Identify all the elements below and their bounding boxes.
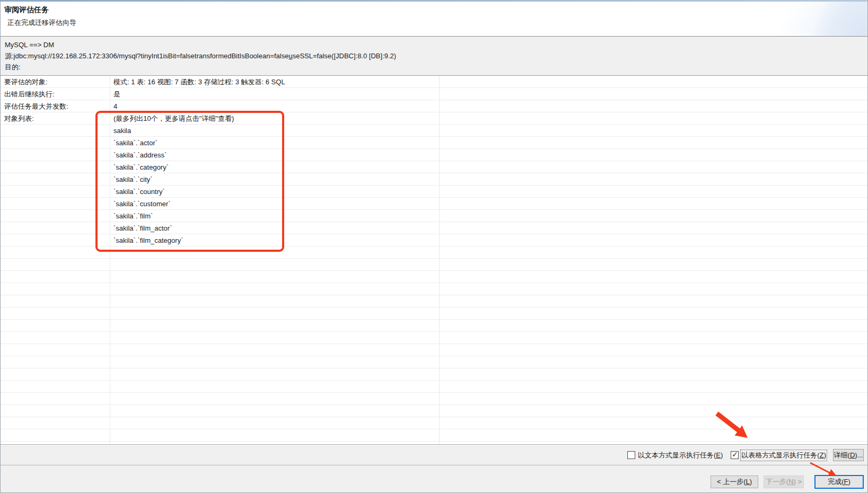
next-button[interactable]: 下一步(N) > [764,476,804,488]
row-value: 是 [110,90,120,99]
checkbox-checked-icon[interactable] [731,451,739,459]
row-label: 对象列表: [1,114,110,124]
object-list-item: `sakila`.`actor` [1,137,867,149]
page-title: 审阅评估任务 [4,5,49,15]
row-value: (最多列出10个，更多请点击"详细"查看) [110,114,234,124]
checkbox-icon[interactable] [627,451,635,459]
header-gradient-decoration [708,2,867,36]
object-list-item: `sakila`.`customer` [1,198,867,210]
table-row: 出错后继续执行: 是 [1,88,867,100]
object-list-item: `sakila`.`film_actor` [1,222,867,234]
table-mode-label: 以表格方式显示执行任务(Z) [741,451,826,460]
wizard-header: 审阅评估任务 正在完成迁移评估向导 [1,2,867,36]
table-mode-checkbox[interactable]: 以表格方式显示执行任务(Z) [731,451,826,460]
table-row: 要评估的对象: 模式: 1 表: 16 视图: 7 函数: 3 存储过程: 3 … [1,76,867,88]
connection-info-panel: MySQL ==> DM 源:jdbc:mysql://192.168.25.1… [1,37,867,75]
back-button[interactable]: < 上一步(L) [711,476,758,488]
page-subtitle: 正在完成迁移评估向导 [7,18,76,28]
object-list-item: `sakila`.`category` [1,161,867,173]
object-list-item: `sakila`.`address` [1,149,867,161]
target-label: 目的: [5,61,867,73]
row-label: 评估任务最大并发数: [1,102,110,111]
object-list-item: `sakila`.`city` [1,173,867,186]
row-value: 模式: 1 表: 16 视图: 7 函数: 3 存储过程: 3 触发器: 6 S… [110,77,285,87]
object-list-item: sakila [1,125,867,137]
table-row: 对象列表: (最多列出10个，更多请点击"详细"查看) [1,112,867,125]
object-list-item: `sakila`.`film` [1,210,867,222]
evaluation-summary-table: 要评估的对象: 模式: 1 表: 16 视图: 7 函数: 3 存储过程: 3 … [1,75,867,445]
wizard-nav-bar: < 上一步(L) 下一步(N) > 完成(F) [1,466,867,493]
detail-button[interactable]: 详细(D)... [833,449,864,461]
finish-button[interactable]: 完成(F) [814,475,864,489]
object-list-item: `sakila`.`country` [1,186,867,198]
text-mode-label: 以文本方式显示执行任务(E) [638,451,723,460]
object-list-item: `sakila`.`film_category` [1,234,867,247]
migration-route: MySQL ==> DM [5,39,867,50]
row-label: 要评估的对象: [1,77,110,87]
row-label: 出错后继续执行: [1,90,110,99]
row-value: 4 [110,102,117,110]
migration-wizard-dialog: 审阅评估任务 正在完成迁移评估向导 MySQL ==> DM 源:jdbc:my… [0,0,868,493]
display-options-bar: 以文本方式显示执行任务(E) 以表格方式显示执行任务(Z) 详细(D)... [1,445,867,465]
source-url: 源:jdbc:mysql://192.168.25.172:3306/mysql… [5,50,867,61]
table-row: 评估任务最大并发数: 4 [1,100,867,112]
text-mode-checkbox[interactable]: 以文本方式显示执行任务(E) [627,451,723,460]
source-url-underlined-char: u [288,52,292,60]
